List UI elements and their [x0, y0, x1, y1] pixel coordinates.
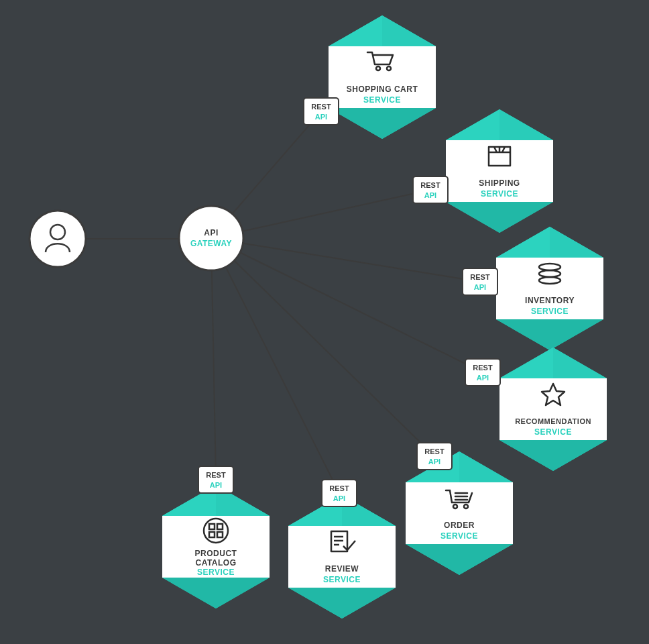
svg-rect-66 — [417, 443, 452, 470]
rest-sub: API — [428, 458, 440, 466]
rest-sub: API — [315, 113, 327, 121]
rest-sub: API — [210, 481, 222, 489]
rest-sub: API — [474, 283, 486, 291]
service-recommendation: RECOMMENDATION SERVICE — [499, 347, 607, 471]
service-label: REVIEW — [325, 564, 359, 574]
svg-rect-63 — [413, 176, 448, 203]
svg-rect-67 — [322, 480, 357, 506]
gateway-label-line1: API — [204, 228, 219, 237]
rest-label: REST — [420, 181, 440, 189]
service-sublabel: SERVICE — [481, 189, 518, 199]
rest-label: REST — [473, 364, 493, 372]
rest-label: REST — [311, 103, 331, 111]
connectors — [58, 111, 483, 493]
svg-marker-23 — [446, 202, 553, 233]
svg-marker-16 — [329, 108, 436, 139]
svg-marker-17 — [382, 15, 436, 46]
rest-label: REST — [329, 484, 349, 492]
svg-marker-42 — [406, 544, 513, 575]
service-product-catalog: PRODUCT CATALOG SERVICE — [162, 485, 270, 608]
service-label: INVENTORY — [525, 296, 575, 305]
service-sublabel: SERVICE — [323, 575, 361, 584]
service-label: SHIPPING — [479, 178, 520, 188]
service-sublabel: SERVICE — [534, 427, 572, 437]
user-node — [30, 211, 86, 267]
svg-rect-68 — [198, 466, 233, 493]
rest-sub: API — [333, 494, 345, 502]
svg-marker-38 — [553, 347, 607, 378]
service-label: RECOMMENDATION — [515, 417, 591, 425]
service-shipping: SHIPPING SERVICE — [446, 109, 553, 233]
svg-marker-29 — [496, 319, 603, 350]
service-shopping-cart: SHOPPING CART SERVICE — [329, 15, 436, 139]
svg-line-6 — [211, 238, 483, 372]
rest-label: REST — [206, 471, 226, 479]
service-inventory: INVENTORY SERVICE — [496, 227, 603, 350]
svg-line-9 — [211, 238, 216, 480]
service-sublabel: SERVICE — [197, 568, 235, 577]
rest-sub: API — [477, 374, 489, 382]
service-label: ORDER — [444, 521, 475, 530]
rest-label: REST — [424, 447, 445, 455]
svg-line-7 — [211, 238, 434, 456]
svg-marker-43 — [459, 451, 513, 482]
service-sublabel: SERVICE — [531, 307, 569, 316]
gateway-label-line2: GATEWAY — [190, 239, 232, 248]
svg-point-12 — [179, 206, 243, 270]
svg-rect-65 — [465, 359, 500, 386]
service-label-b: CATALOG — [195, 558, 236, 568]
service-sublabel: SERVICE — [440, 531, 478, 541]
architecture-diagram: API GATEWAY SHOPPING CART SERVICE SHIPPI… — [0, 0, 649, 644]
svg-line-4 — [211, 190, 430, 238]
svg-marker-37 — [499, 440, 607, 471]
service-label: SHOPPING CART — [347, 85, 418, 94]
rest-sub: API — [424, 191, 436, 199]
svg-rect-62 — [304, 98, 339, 125]
svg-line-8 — [211, 238, 339, 493]
svg-rect-64 — [463, 268, 497, 295]
rest-label: REST — [470, 273, 490, 281]
svg-marker-30 — [550, 227, 603, 258]
svg-marker-24 — [499, 109, 553, 140]
service-review: REVIEW SERVICE — [288, 495, 396, 619]
service-sublabel: SERVICE — [363, 95, 401, 105]
svg-marker-49 — [288, 588, 396, 619]
api-gateway-node: API GATEWAY — [179, 206, 243, 270]
svg-marker-55 — [162, 578, 270, 608]
service-label-a: PRODUCT — [195, 549, 237, 558]
svg-line-5 — [211, 238, 480, 282]
